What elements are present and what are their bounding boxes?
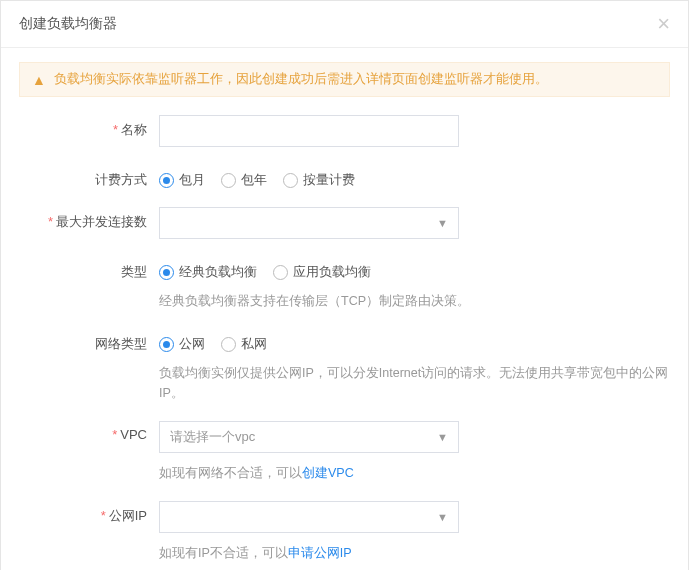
label-billing: 计费方式: [19, 165, 159, 189]
radio-icon: [159, 173, 174, 188]
type-option-classic[interactable]: 经典负载均衡: [159, 263, 257, 281]
radio-icon: [221, 337, 236, 352]
type-option-app[interactable]: 应用负载均衡: [273, 263, 371, 281]
alert-banner: ▲ 负载均衡实际依靠监听器工作，因此创建成功后需进入详情页面创建监听器才能使用。: [19, 62, 670, 97]
row-type: 类型 经典负载均衡 应用负载均衡 经典负载均衡器支持在传输层（TCP）制定路由决…: [19, 257, 670, 311]
type-help: 经典负载均衡器支持在传输层（TCP）制定路由决策。: [159, 291, 670, 311]
row-public-ip: *公网IP ▼ 如现有IP不合适，可以申请公网IP: [19, 501, 670, 563]
label-type: 类型: [19, 257, 159, 281]
chevron-down-icon: ▼: [437, 217, 448, 229]
billing-option-yearly[interactable]: 包年: [221, 171, 267, 189]
row-net-type: 网络类型 公网 私网 负载均衡实例仅提供公网IP，可以分发Internet访问的…: [19, 329, 670, 403]
label-max-conn: *最大并发连接数: [19, 207, 159, 231]
label-public-ip: *公网IP: [19, 501, 159, 525]
row-billing: 计费方式 包月 包年 按量计费: [19, 165, 670, 189]
label-net-type: 网络类型: [19, 329, 159, 353]
dialog-header: 创建负载均衡器 ×: [1, 1, 688, 48]
billing-option-usage[interactable]: 按量计费: [283, 171, 355, 189]
billing-radio-group: 包月 包年 按量计费: [159, 165, 670, 189]
net-type-option-public[interactable]: 公网: [159, 335, 205, 353]
public-ip-help: 如现有IP不合适，可以申请公网IP: [159, 543, 670, 563]
create-vpc-link[interactable]: 创建VPC: [302, 466, 354, 480]
chevron-down-icon: ▼: [437, 511, 448, 523]
select-placeholder: 请选择一个vpc: [170, 428, 255, 446]
radio-icon: [221, 173, 236, 188]
label-vpc: *VPC: [19, 421, 159, 442]
row-name: *名称: [19, 115, 670, 147]
public-ip-select[interactable]: ▼: [159, 501, 459, 533]
billing-option-monthly[interactable]: 包月: [159, 171, 205, 189]
chevron-down-icon: ▼: [437, 431, 448, 443]
dialog-title: 创建负载均衡器: [19, 15, 117, 33]
warning-icon: ▲: [32, 72, 46, 88]
name-input[interactable]: [159, 115, 459, 147]
radio-icon: [159, 265, 174, 280]
radio-icon: [283, 173, 298, 188]
radio-icon: [273, 265, 288, 280]
net-type-option-private[interactable]: 私网: [221, 335, 267, 353]
row-max-conn: *最大并发连接数 ▼: [19, 207, 670, 239]
alert-text: 负载均衡实际依靠监听器工作，因此创建成功后需进入详情页面创建监听器才能使用。: [54, 71, 548, 88]
max-conn-select[interactable]: ▼: [159, 207, 459, 239]
net-type-radio-group: 公网 私网: [159, 329, 670, 353]
dialog: 创建负载均衡器 × ▲ 负载均衡实际依靠监听器工作，因此创建成功后需进入详情页面…: [0, 0, 689, 570]
label-name: *名称: [19, 115, 159, 139]
apply-ip-link[interactable]: 申请公网IP: [288, 546, 352, 560]
net-type-help: 负载均衡实例仅提供公网IP，可以分发Internet访问的请求。无法使用共享带宽…: [159, 363, 670, 403]
dialog-body: ▲ 负载均衡实际依靠监听器工作，因此创建成功后需进入详情页面创建监听器才能使用。…: [1, 48, 688, 570]
type-radio-group: 经典负载均衡 应用负载均衡: [159, 257, 670, 281]
vpc-help: 如现有网络不合适，可以创建VPC: [159, 463, 670, 483]
radio-icon: [159, 337, 174, 352]
close-icon[interactable]: ×: [657, 13, 670, 35]
row-vpc: *VPC 请选择一个vpc ▼ 如现有网络不合适，可以创建VPC: [19, 421, 670, 483]
vpc-select[interactable]: 请选择一个vpc ▼: [159, 421, 459, 453]
